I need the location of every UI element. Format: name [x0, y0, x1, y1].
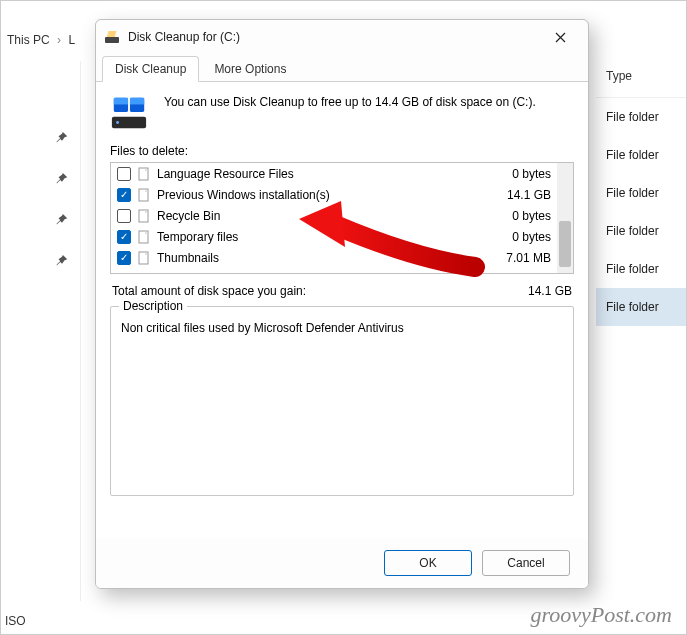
files-label: Files to delete:: [110, 144, 574, 158]
svg-rect-7: [130, 98, 144, 105]
file-label: Recycle Bin: [157, 209, 491, 223]
column-header-type[interactable]: Type: [596, 61, 686, 98]
file-label: Previous Windows installation(s): [157, 188, 491, 202]
file-list-row[interactable]: ✓Previous Windows installation(s)14.1 GB: [111, 184, 557, 205]
close-icon: [555, 32, 566, 43]
file-label: Language Resource Files: [157, 167, 491, 181]
description-group: Description Non critical files used by M…: [110, 306, 574, 496]
pin-icon: [55, 131, 69, 145]
file-size: 7.01 MB: [491, 251, 551, 265]
file-size: 14.1 GB: [491, 188, 551, 202]
file-list-row[interactable]: ✓Temporary files0 bytes: [111, 226, 557, 247]
svg-point-3: [116, 121, 119, 124]
description-text: Non critical files used by Microsoft Def…: [121, 321, 563, 335]
checkbox[interactable]: [117, 167, 131, 181]
tab-disk-cleanup[interactable]: Disk Cleanup: [102, 56, 199, 82]
file-list-row[interactable]: ✓Thumbnails7.01 MB: [111, 247, 557, 268]
svg-rect-0: [105, 37, 119, 43]
file-list-row[interactable]: Language Resource Files0 bytes: [111, 163, 557, 184]
file-icon: [137, 251, 151, 265]
svg-rect-1: [107, 31, 117, 37]
cancel-button[interactable]: Cancel: [482, 550, 570, 576]
chevron-right-icon: ›: [57, 33, 61, 47]
list-item[interactable]: File folder: [596, 212, 686, 250]
list-item[interactable]: File folder: [596, 174, 686, 212]
pin-icon: [55, 254, 69, 268]
details-column: Type File folder File folder File folder…: [596, 61, 686, 601]
disk-cleanup-icon: [104, 29, 120, 45]
titlebar[interactable]: Disk Cleanup for (C:): [96, 20, 588, 54]
tab-strip: Disk Cleanup More Options: [96, 54, 588, 82]
dialog-content: You can use Disk Cleanup to free up to 1…: [96, 82, 588, 538]
file-icon: [137, 230, 151, 244]
breadcrumb[interactable]: This PC › L: [7, 33, 75, 47]
checkbox[interactable]: ✓: [117, 251, 131, 265]
bottom-label: ISO: [5, 614, 26, 628]
file-size: 0 bytes: [491, 230, 551, 244]
file-list: Language Resource Files0 bytes✓Previous …: [110, 162, 574, 274]
file-icon: [137, 167, 151, 181]
file-label: Temporary files: [157, 230, 491, 244]
breadcrumb-part[interactable]: This PC: [7, 33, 50, 47]
watermark: groovyPost.com: [530, 602, 672, 628]
breadcrumb-part[interactable]: L: [68, 33, 75, 47]
list-item[interactable]: File folder: [596, 288, 686, 326]
total-label: Total amount of disk space you gain:: [112, 284, 306, 298]
list-item[interactable]: File folder: [596, 98, 686, 136]
checkbox[interactable]: ✓: [117, 230, 131, 244]
total-value: 14.1 GB: [528, 284, 572, 298]
dialog-title: Disk Cleanup for (C:): [128, 30, 540, 44]
pin-icon: [55, 172, 69, 186]
ok-button[interactable]: OK: [384, 550, 472, 576]
dialog-buttons: OK Cancel: [96, 538, 588, 588]
disk-cleanup-dialog: Disk Cleanup for (C:) Disk Cleanup More …: [95, 19, 589, 589]
file-size: 0 bytes: [491, 167, 551, 181]
file-list-row[interactable]: Recycle Bin0 bytes: [111, 205, 557, 226]
close-button[interactable]: [540, 23, 580, 51]
drive-icon: [110, 94, 148, 132]
list-item[interactable]: File folder: [596, 136, 686, 174]
checkbox[interactable]: ✓: [117, 188, 131, 202]
scrollbar[interactable]: [557, 163, 573, 273]
info-text: You can use Disk Cleanup to free up to 1…: [164, 94, 536, 132]
pin-icon: [55, 213, 69, 227]
nav-panel: [1, 61, 81, 601]
file-icon: [137, 188, 151, 202]
description-legend: Description: [119, 299, 187, 313]
file-icon: [137, 209, 151, 223]
file-size: 0 bytes: [491, 209, 551, 223]
tab-more-options[interactable]: More Options: [201, 56, 299, 81]
total-row: Total amount of disk space you gain: 14.…: [110, 284, 574, 298]
file-label: Thumbnails: [157, 251, 491, 265]
checkbox[interactable]: [117, 209, 131, 223]
list-item[interactable]: File folder: [596, 250, 686, 288]
scrollbar-thumb[interactable]: [559, 221, 571, 267]
svg-rect-6: [114, 98, 128, 105]
